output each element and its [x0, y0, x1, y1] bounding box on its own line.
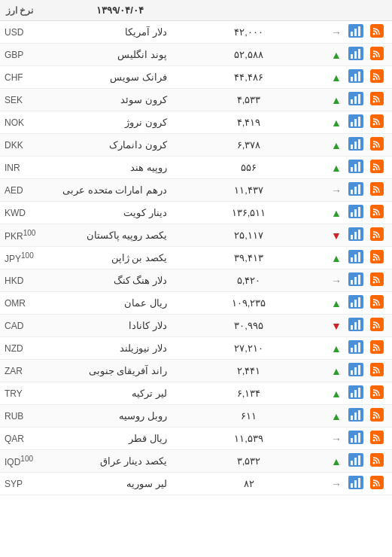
chart-icon[interactable] — [345, 431, 366, 446]
arrow-up-icon: ▲ — [331, 117, 342, 129]
chart-icon[interactable] — [345, 295, 366, 311]
svg-point-115 — [373, 462, 375, 464]
svg-rect-112 — [354, 435, 357, 443]
trend-arrow: ▲ — [327, 49, 345, 61]
svg-point-73 — [373, 304, 375, 306]
chart-icon[interactable] — [345, 24, 366, 40]
svg-rect-5 — [358, 26, 360, 36]
rss-icon[interactable] — [366, 114, 387, 130]
chart-icon[interactable] — [345, 92, 366, 108]
chart-icon[interactable] — [345, 340, 366, 356]
chart-icon[interactable] — [345, 69, 366, 85]
chart-icon[interactable] — [345, 114, 366, 130]
svg-rect-53 — [358, 207, 360, 217]
rss-icon[interactable] — [366, 92, 387, 108]
svg-rect-10 — [354, 51, 357, 59]
rss-icon[interactable] — [366, 272, 387, 288]
arrow-up-icon: ▲ — [331, 388, 342, 400]
chart-icon[interactable] — [345, 476, 366, 492]
svg-rect-9 — [351, 54, 353, 59]
rss-icon[interactable] — [366, 47, 387, 62]
svg-rect-96 — [370, 385, 384, 399]
rss-icon[interactable] — [366, 24, 387, 40]
svg-rect-18 — [370, 92, 384, 105]
rss-icon[interactable] — [366, 340, 387, 356]
currency-code: SEK — [5, 95, 50, 105]
currency-code: CAD — [5, 321, 50, 331]
svg-point-13 — [373, 78, 375, 81]
rss-icon[interactable] — [366, 295, 387, 311]
arrow-down-icon: ▼ — [331, 320, 342, 332]
chart-icon[interactable] — [345, 137, 366, 153]
rss-icon[interactable] — [366, 137, 387, 153]
currency-code: TRY — [5, 388, 50, 399]
rss-icon[interactable] — [366, 227, 387, 243]
rss-icon[interactable] — [366, 318, 387, 333]
table-row: ▲۱۰۹,۲۳۵ریال عمانOMR — [0, 292, 392, 315]
svg-rect-76 — [354, 300, 357, 307]
rss-icon[interactable] — [366, 453, 387, 469]
currency-code: SYP — [5, 479, 50, 489]
currency-code: ZAR — [5, 366, 50, 376]
rss-icon[interactable] — [366, 160, 387, 175]
svg-rect-24 — [370, 114, 384, 128]
svg-rect-29 — [358, 117, 360, 126]
svg-point-37 — [373, 169, 375, 171]
trend-arrow: ▲ — [327, 410, 345, 422]
svg-point-121 — [373, 485, 375, 487]
chart-icon[interactable] — [345, 182, 366, 198]
rss-icon[interactable] — [366, 431, 387, 446]
arrow-up-icon: ▲ — [331, 365, 342, 377]
rss-icon[interactable] — [366, 408, 387, 424]
svg-point-97 — [373, 394, 375, 397]
svg-rect-118 — [354, 458, 357, 465]
svg-point-55 — [373, 236, 375, 239]
svg-rect-11 — [358, 49, 360, 59]
rss-icon[interactable] — [366, 250, 387, 266]
chart-icon[interactable] — [345, 205, 366, 221]
trend-arrow: → — [327, 26, 345, 38]
header-date: ۱۳۹۹/۰۴/۰۴ — [51, 5, 189, 16]
rss-icon[interactable] — [366, 476, 387, 492]
chart-icon[interactable] — [345, 385, 366, 401]
currency-price: ۵,۴۲۰ — [170, 275, 327, 286]
chart-icon[interactable] — [345, 363, 366, 379]
svg-rect-21 — [351, 99, 353, 104]
rss-icon[interactable] — [366, 363, 387, 379]
chart-icon[interactable] — [345, 318, 366, 333]
svg-rect-114 — [370, 453, 384, 467]
trend-arrow: ▼ — [327, 230, 345, 242]
chart-icon[interactable] — [345, 453, 366, 469]
currency-name: کرون دانمارک — [50, 139, 170, 151]
currency-price: ۲۷,۲۱۰ — [170, 342, 327, 354]
svg-rect-15 — [351, 77, 353, 81]
currency-name: ریال عمان — [50, 297, 170, 309]
arrow-up-icon: ▲ — [331, 72, 342, 84]
currency-price: ۲,۴۴۱ — [170, 365, 327, 376]
chart-icon[interactable] — [345, 408, 366, 424]
chart-icon[interactable] — [345, 47, 366, 62]
chart-icon[interactable] — [345, 250, 366, 266]
currency-price: ۴۲,۰۰۰ — [170, 26, 327, 38]
rss-icon[interactable] — [366, 385, 387, 401]
svg-rect-106 — [354, 412, 357, 420]
svg-rect-100 — [354, 390, 357, 397]
table-row: →۱۱,۴۳۷درهم امارات متحده عربیAED — [0, 179, 392, 202]
svg-rect-4 — [354, 29, 357, 36]
currency-name: دلار هنگ کنگ — [50, 275, 170, 286]
svg-rect-23 — [358, 94, 360, 104]
svg-point-7 — [373, 56, 375, 58]
currency-price: ۳۹,۴۱۳ — [170, 252, 327, 263]
currency-name: یکصد روپیه پاکستان — [50, 230, 170, 241]
rss-icon[interactable] — [366, 182, 387, 198]
arrow-neutral-icon: → — [331, 184, 342, 196]
rss-icon[interactable] — [366, 69, 387, 85]
currency-name: دلار نیوزیلند — [50, 342, 170, 354]
svg-rect-105 — [351, 415, 353, 420]
chart-icon[interactable] — [345, 272, 366, 288]
rss-icon[interactable] — [366, 205, 387, 221]
svg-point-25 — [373, 123, 375, 126]
chart-icon[interactable] — [345, 160, 366, 175]
svg-rect-102 — [370, 408, 384, 422]
chart-icon[interactable] — [345, 227, 366, 243]
